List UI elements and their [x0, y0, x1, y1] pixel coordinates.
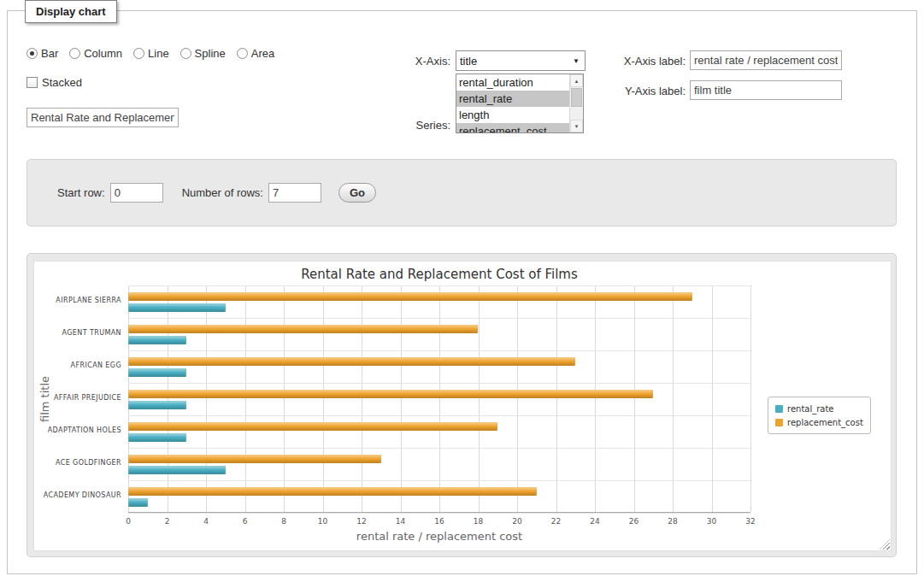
- chart: Rental Rate and Replacement Cost of Film…: [33, 261, 892, 551]
- stacked-label: Stacked: [42, 76, 82, 89]
- gridline: [439, 285, 440, 512]
- radio-label: Area: [251, 47, 274, 60]
- y-axis-title: film title: [38, 376, 51, 422]
- gridline: [128, 513, 750, 514]
- radio-icon: [237, 48, 248, 59]
- y-category-label: AIRPLANE SIERRA: [56, 297, 121, 304]
- gridline: [479, 285, 480, 512]
- radio-label: Line: [148, 47, 169, 60]
- y-category-label: ACADEMY DINOSAUR: [44, 491, 121, 499]
- gridline: [595, 285, 596, 512]
- chart-panel: Rental Rate and Replacement Cost of Film…: [26, 253, 897, 557]
- number-of-rows-input[interactable]: [268, 183, 321, 203]
- y-category-label: AFFAIR PREJUDICE: [54, 394, 121, 402]
- series-options: rental_durationrental_ratelengthreplacem…: [456, 74, 569, 132]
- radio-label: Column: [84, 47, 122, 60]
- chart-type-radios: BarColumnLineSplineArea: [26, 47, 274, 60]
- gridline: [712, 285, 713, 512]
- chart-type-radio-bar[interactable]: Bar: [26, 47, 58, 60]
- chart-type-radio-line[interactable]: Line: [133, 47, 169, 60]
- chart-type-radio-column[interactable]: Column: [69, 47, 122, 60]
- x-tick-label: 16: [434, 517, 444, 526]
- y-category-label: AFRICAN EGG: [71, 362, 121, 369]
- legend-label: rental_rate: [787, 404, 834, 414]
- gridline: [245, 285, 246, 512]
- x-tick-label: 18: [474, 517, 483, 526]
- scroll-up-icon[interactable]: ▲: [570, 74, 583, 87]
- bar-replacement_cost[interactable]: [128, 357, 575, 366]
- series-listbox[interactable]: rental_durationrental_ratelengthreplacem…: [456, 73, 584, 133]
- x-tick-label: 4: [203, 517, 209, 526]
- radio-icon: [133, 48, 144, 59]
- bar-rental_rate[interactable]: [128, 498, 148, 507]
- y-category-label: ACE GOLDFINGER: [56, 459, 121, 467]
- resize-handle[interactable]: [880, 539, 890, 550]
- radio-icon: [180, 48, 191, 59]
- gridline: [323, 285, 324, 512]
- bar-replacement_cost[interactable]: [128, 487, 537, 496]
- series-option-rental_duration[interactable]: rental_duration: [456, 74, 569, 91]
- series-option-replacement_cost[interactable]: replacement_cost: [456, 123, 569, 132]
- scrollbar-thumb[interactable]: [571, 88, 582, 107]
- gridline: [401, 285, 402, 512]
- x-tick-label: 2: [165, 517, 170, 526]
- x-tick-label: 10: [318, 517, 327, 526]
- y-axis-label-label: Y-Axis label:: [606, 85, 686, 97]
- chart-type-radio-spline[interactable]: Spline: [180, 47, 226, 60]
- chevron-down-icon: ▼: [573, 57, 581, 65]
- chart-type-radio-area[interactable]: Area: [237, 47, 274, 60]
- bar-replacement_cost[interactable]: [128, 325, 478, 333]
- scrollbar-track[interactable]: [570, 87, 583, 120]
- gridline: [128, 415, 750, 416]
- scroll-down-icon[interactable]: ▼: [570, 120, 583, 132]
- x-axis-ticks: 02468101214161820222426283032: [128, 517, 750, 527]
- chart-title: Rental Rate and Replacement Cost of Film…: [128, 267, 750, 282]
- x-tick-label: 6: [243, 517, 248, 526]
- plot-area: [128, 285, 750, 513]
- bar-replacement_cost[interactable]: [128, 422, 497, 431]
- legend-swatch: [775, 419, 783, 426]
- gridline: [206, 285, 207, 512]
- gridline: [673, 285, 674, 512]
- x-tick-label: 0: [126, 517, 131, 526]
- bar-rental_rate[interactable]: [128, 466, 226, 474]
- stacked-checkbox-row[interactable]: Stacked: [26, 76, 82, 89]
- series-option-length[interactable]: length: [456, 107, 569, 123]
- legend-item-rental_rate[interactable]: rental_rate: [775, 402, 863, 415]
- bar-rental_rate[interactable]: [128, 303, 226, 312]
- gridline: [128, 383, 750, 384]
- gridline: [128, 448, 750, 449]
- display-chart-fieldset: Display chart BarColumnLineSplineArea St…: [7, 10, 917, 574]
- bar-replacement_cost[interactable]: [128, 292, 692, 301]
- bar-rental_rate[interactable]: [128, 336, 186, 344]
- x-axis-label-input[interactable]: [690, 50, 842, 70]
- start-row-label: Start row:: [57, 186, 105, 199]
- series-scrollbar[interactable]: ▲ ▼: [569, 74, 583, 132]
- radio-label: Spline: [195, 47, 226, 60]
- y-category-label: ADAPTATION HOLES: [48, 426, 121, 434]
- gridline: [362, 285, 362, 512]
- y-axis-label-input[interactable]: [690, 80, 842, 100]
- bar-replacement_cost[interactable]: [128, 390, 653, 398]
- gridline: [517, 285, 518, 512]
- legend-item-replacement_cost[interactable]: replacement_cost: [775, 415, 863, 429]
- fieldset-legend: Display chart: [25, 0, 117, 23]
- x-axis-select-label: X-Axis:: [375, 55, 450, 68]
- radio-icon: [26, 48, 38, 59]
- bar-rental_rate[interactable]: [128, 433, 186, 442]
- stacked-checkbox[interactable]: [26, 77, 38, 88]
- series-option-rental_rate[interactable]: rental_rate: [456, 91, 569, 107]
- chart-title-input[interactable]: [26, 108, 179, 127]
- x-axis-label-label: X-Axis label:: [606, 55, 686, 68]
- bar-replacement_cost[interactable]: [128, 455, 381, 463]
- legend-label: replacement_cost: [787, 418, 863, 427]
- go-button[interactable]: Go: [338, 183, 376, 203]
- x-tick-label: 22: [551, 517, 561, 526]
- bar-rental_rate[interactable]: [128, 368, 186, 377]
- gridline: [128, 285, 750, 286]
- bar-rental_rate[interactable]: [128, 401, 186, 409]
- x-axis-select[interactable]: title ▼: [456, 50, 586, 71]
- x-tick-label: 14: [396, 517, 405, 526]
- start-row-input[interactable]: [110, 183, 163, 203]
- number-of-rows-label: Number of rows:: [182, 186, 263, 199]
